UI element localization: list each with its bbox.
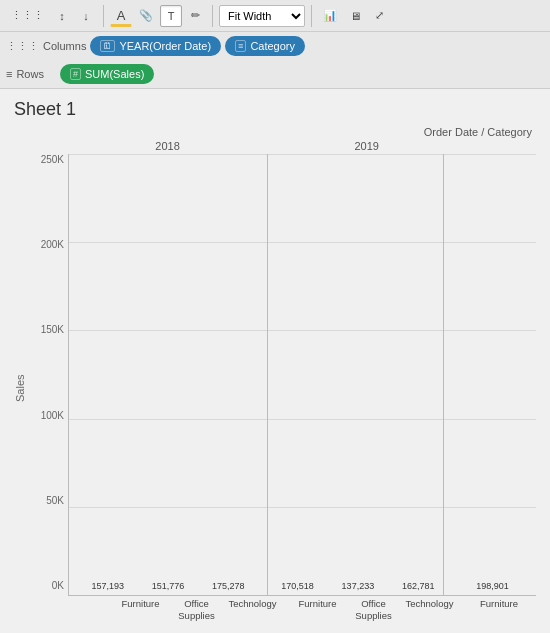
chart-container: Sales Order Date / Category 2018 2019 0K… [14,126,536,621]
bar-label-2019-office: 137,233 [342,581,375,591]
sheet-title: Sheet 1 [14,99,536,120]
x-label-2019-office: OfficeSupplies [347,596,400,621]
bar-label-2018-tech: 175,278 [212,581,245,591]
toolbar-group-columns: ⋮⋮⋮ ↕ ↓ [6,5,104,27]
x-label-2018-office: OfficeSupplies [170,596,223,621]
columns-label-text: Columns [43,40,86,52]
y-axis: 0K 50K 100K 150K 200K 250K [28,154,68,621]
highlighter-btn[interactable]: ✏ [184,5,206,27]
y-tick-150k: 150K [28,324,68,335]
columns-pill-category[interactable]: ≡ Category [225,36,305,56]
chart-header-right: Order Date / Category [28,126,536,138]
year-labels-row: 2018 2019 [28,140,536,152]
fit-width-select[interactable]: Fit Width Entire View Standard [219,5,305,27]
toolbar-group-format: A 📎 T ✏ [110,5,213,27]
toolbar-group-view: 📊 🖥 ⤢ [318,5,396,27]
bar-label-2019-tech: 162,781 [402,581,435,591]
rows-icon: ≡ [6,68,12,80]
columns-icon: ⋮⋮⋮ [6,40,39,53]
rows-label-text: Rows [16,68,44,80]
category-pill-text: Category [250,40,295,52]
x-label-2018-furniture: Furniture [114,596,167,621]
rows-pill-sales[interactable]: # SUM(Sales) [60,64,154,84]
columns-label: ⋮⋮⋮ Columns [6,40,86,53]
y-tick-50k: 50K [28,495,68,506]
y-tick-0k: 0K [28,580,68,591]
year-label-2019: 2019 [267,140,466,152]
bar-label-partial-furniture: 198,901 [476,581,509,591]
bar-label-2018-office: 151,776 [152,581,185,591]
category-pill-icon: ≡ [235,40,246,52]
bars-row: 157,193 151,776 175,278 [69,154,536,595]
y-axis-label: Sales [14,126,26,621]
chart-inner: Order Date / Category 2018 2019 0K 50K 1… [28,126,536,621]
columns-shelf: ⋮⋮⋮ Columns 🗓 YEAR(Order Date) ≡ Categor… [0,32,550,60]
y-tick-250k: 250K [28,154,68,165]
columns-pill-year[interactable]: 🗓 YEAR(Order Date) [90,36,221,56]
sort-desc-btn[interactable]: ↓ [75,5,97,27]
y-tick-200k: 200K [28,239,68,250]
columns-icon-btn[interactable]: ⋮⋮⋮ [6,5,49,27]
rows-shelf: ≡ Rows # SUM(Sales) [0,60,550,88]
sort-asc-btn[interactable]: ↕ [51,5,73,27]
toolbar-group-fit: Fit Width Entire View Standard [219,5,312,27]
bar-label-2018-furniture: 157,193 [91,581,124,591]
bar-chart-btn[interactable]: 📊 [318,5,342,27]
y-tick-100k: 100K [28,410,68,421]
x-label-2019-tech: Technology [403,596,456,621]
year-x-partial: Furniture [462,596,536,621]
monitor-btn[interactable]: 🖥 [344,5,366,27]
chart-body: 0K 50K 100K 150K 200K 250K [28,154,536,621]
sum-pill-text: SUM(Sales) [85,68,144,80]
year-label-2018: 2018 [68,140,267,152]
sum-pill-icon: # [70,68,81,80]
year-pill-text: YEAR(Order Date) [119,40,211,52]
year-label-partial [466,140,536,152]
year-pill-icon: 🗓 [100,40,115,52]
gridlines-and-bars: 157,193 151,776 175,278 [68,154,536,596]
shelf-area: ⋮⋮⋮ Columns 🗓 YEAR(Order Date) ≡ Categor… [0,32,550,89]
label-btn[interactable]: T [160,5,182,27]
x-label-2019-furniture: Furniture [291,596,344,621]
year-x-2018: Furniture OfficeSupplies Technology [108,596,285,621]
x-axis-row: Furniture OfficeSupplies Technology Furn… [68,596,536,621]
paperclip-btn[interactable]: 📎 [134,5,158,27]
chart-plot-area: 157,193 151,776 175,278 [68,154,536,621]
share-btn[interactable]: ⤢ [368,5,390,27]
rows-label: ≡ Rows [6,68,56,80]
main-content: Sheet 1 Sales Order Date / Category 2018… [0,89,550,633]
bar-label-2019-furniture: 170,518 [281,581,314,591]
x-label-partial-furniture: Furniture [466,596,532,621]
text-color-btn[interactable]: A [110,5,132,27]
x-label-2018-tech: Technology [226,596,279,621]
toolbar: ⋮⋮⋮ ↕ ↓ A 📎 T ✏ Fit Width Entire View St… [0,0,550,32]
year-x-2019: Furniture OfficeSupplies Technology [285,596,462,621]
